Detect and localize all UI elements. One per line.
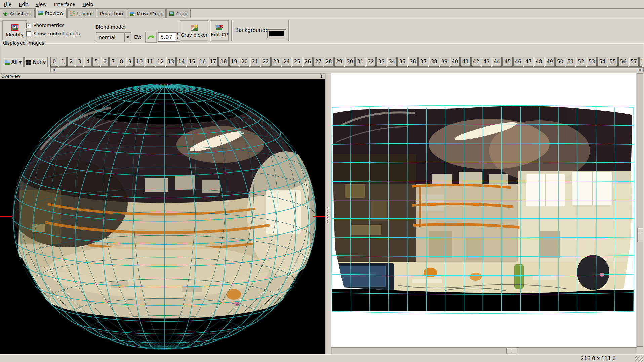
image-toggle-button-41[interactable]: 41 [460, 57, 470, 67]
image-toggle-button-57[interactable]: 57 [629, 57, 639, 67]
image-toggle-button-5[interactable]: 5 [92, 57, 100, 67]
image-toggle-button-31[interactable]: 31 [355, 57, 365, 67]
image-toggle-button-19[interactable]: 19 [229, 57, 239, 67]
menu-help[interactable]: Help [79, 1, 97, 8]
image-toggle-button-36[interactable]: 36 [408, 57, 418, 67]
image-toggle-button-30[interactable]: 30 [345, 57, 355, 67]
image-list-scrollbar[interactable]: ◀ ▶ [50, 67, 644, 72]
image-toggle-button-37[interactable]: 37 [418, 57, 428, 67]
image-toggle-button-44[interactable]: 44 [492, 57, 502, 67]
identify-button[interactable]: 1 Identify [2, 20, 27, 41]
tab-assistant[interactable]: Assistant [0, 9, 35, 18]
image-toggle-button-9[interactable]: 9 [126, 57, 134, 67]
image-toggle-button-13[interactable]: 13 [166, 57, 176, 67]
overview-canvas[interactable] [0, 79, 325, 354]
image-toggle-button-26[interactable]: 26 [303, 57, 313, 67]
image-toggle-button-54[interactable]: 54 [597, 57, 607, 67]
preview-horizontal-scrollbar[interactable] [331, 347, 637, 354]
edit-cp-button[interactable]: Edit CP [210, 20, 229, 41]
image-toggle-button-32[interactable]: 32 [366, 57, 376, 67]
image-toggle-button-47[interactable]: 47 [524, 57, 533, 67]
menu-view[interactable]: View [32, 1, 50, 8]
image-toggle-button-0[interactable]: 0 [50, 57, 58, 67]
image-toggle-button-53[interactable]: 53 [587, 57, 597, 67]
spin-down-icon[interactable]: ▼ [175, 37, 180, 42]
image-toggle-button-45[interactable]: 45 [502, 57, 512, 67]
menu-edit[interactable]: Edit [15, 1, 32, 8]
image-toggle-button-7[interactable]: 7 [109, 57, 117, 67]
show-all-images-button[interactable]: All▼ [3, 57, 24, 67]
gray-picker-button[interactable]: Gray picker [180, 20, 208, 41]
image-toggle-button-39[interactable]: 39 [440, 57, 449, 67]
image-toggle-button-6[interactable]: 6 [101, 57, 109, 67]
image-toggle-button-33[interactable]: 33 [376, 57, 386, 67]
menu-file[interactable]: File [0, 1, 15, 8]
image-toggle-button-10[interactable]: 10 [134, 57, 144, 67]
tab-preview[interactable]: GLPreview [35, 8, 67, 18]
image-toggle-button-14[interactable]: 14 [176, 57, 186, 67]
image-toggle-button-50[interactable]: 50 [555, 57, 565, 67]
image-toggle-button-48[interactable]: 48 [534, 57, 544, 67]
tab-layout[interactable]: Layout [67, 9, 96, 18]
image-toggle-button-24[interactable]: 24 [282, 57, 291, 67]
show-control-points-checkbox-row[interactable]: Show control points [26, 31, 80, 36]
ev-spinner[interactable]: ▲▼ [175, 32, 180, 42]
menu-interface[interactable]: Interface [50, 1, 79, 8]
image-toggle-button-51[interactable]: 51 [566, 57, 575, 67]
image-toggle-button-4[interactable]: 4 [84, 57, 92, 67]
image-toggle-button-18[interactable]: 18 [218, 57, 228, 67]
scrollbar-thumb[interactable] [506, 348, 517, 353]
image-toggle-button-46[interactable]: 46 [513, 57, 523, 67]
image-toggle-button-25[interactable]: 25 [292, 57, 302, 67]
image-toggle-button-16[interactable]: 16 [198, 57, 207, 67]
preview-canvas[interactable] [331, 73, 636, 347]
chevron-down-icon[interactable]: ▼ [124, 33, 131, 42]
image-toggle-button-1[interactable]: 1 [59, 57, 67, 67]
image-toggle-button-49[interactable]: 49 [545, 57, 555, 67]
show-control-points-checkbox[interactable] [26, 31, 31, 36]
tab-move-drag[interactable]: Move/Drag [127, 9, 166, 18]
photometrics-checkbox-row[interactable]: ✓ Photometrics [26, 23, 64, 28]
image-toggle-button-35[interactable]: 35 [397, 57, 407, 67]
overview-pane-titlebar[interactable]: Overview [0, 73, 325, 79]
image-toggle-button-3[interactable]: 3 [76, 57, 83, 67]
image-toggle-button-38[interactable]: 38 [429, 57, 439, 67]
background-color-button[interactable] [267, 29, 286, 38]
image-toggle-button-23[interactable]: 23 [271, 57, 281, 67]
image-toggle-button-40[interactable]: 40 [450, 57, 460, 67]
image-toggle-button-34[interactable]: 34 [387, 57, 397, 67]
image-toggle-button-42[interactable]: 42 [471, 57, 481, 67]
pane-splitter[interactable] [325, 73, 331, 354]
spin-up-icon[interactable]: ▲ [175, 32, 180, 37]
image-toggle-button-12[interactable]: 12 [156, 57, 165, 67]
image-toggle-button-15[interactable]: 15 [187, 57, 197, 67]
scroll-right-icon[interactable]: ▶ [638, 68, 643, 72]
image-toggle-button-58[interactable]: 58 [639, 57, 642, 67]
scrollbar-thumb[interactable] [637, 228, 643, 242]
tab-crop[interactable]: Crop [166, 9, 191, 18]
image-toggle-button-2[interactable]: 2 [67, 57, 75, 67]
image-toggle-button-43[interactable]: 43 [482, 57, 491, 67]
image-toggle-button-11[interactable]: 11 [145, 57, 155, 67]
blend-mode-select[interactable]: normal ▼ [96, 32, 131, 42]
tab-projection[interactable]: Projection [97, 9, 126, 18]
image-toggle-button-17[interactable]: 17 [208, 57, 218, 67]
image-toggle-button-28[interactable]: 28 [324, 57, 333, 67]
image-toggle-button-20[interactable]: 20 [240, 57, 249, 67]
image-toggle-button-8[interactable]: 8 [118, 57, 125, 67]
image-toggle-button-29[interactable]: 29 [334, 57, 344, 67]
image-toggle-button-56[interactable]: 56 [618, 57, 628, 67]
image-toggle-button-52[interactable]: 52 [576, 57, 586, 67]
image-toggle-button-22[interactable]: 22 [261, 57, 271, 67]
show-none-images-button[interactable]: None [24, 57, 48, 67]
image-toggle-button-21[interactable]: 21 [250, 57, 260, 67]
ev-reset-button[interactable] [145, 32, 157, 43]
preview-vertical-scrollbar[interactable] [637, 73, 643, 347]
scrollbar-thumb[interactable] [56, 68, 639, 72]
photometrics-checkbox[interactable]: ✓ [26, 23, 31, 28]
ev-input[interactable]: 5.07 [158, 32, 177, 42]
window-resize-grip[interactable] [635, 356, 643, 362]
scroll-left-icon[interactable]: ◀ [51, 68, 56, 72]
image-toggle-button-55[interactable]: 55 [608, 57, 617, 67]
image-toggle-button-27[interactable]: 27 [313, 57, 323, 67]
